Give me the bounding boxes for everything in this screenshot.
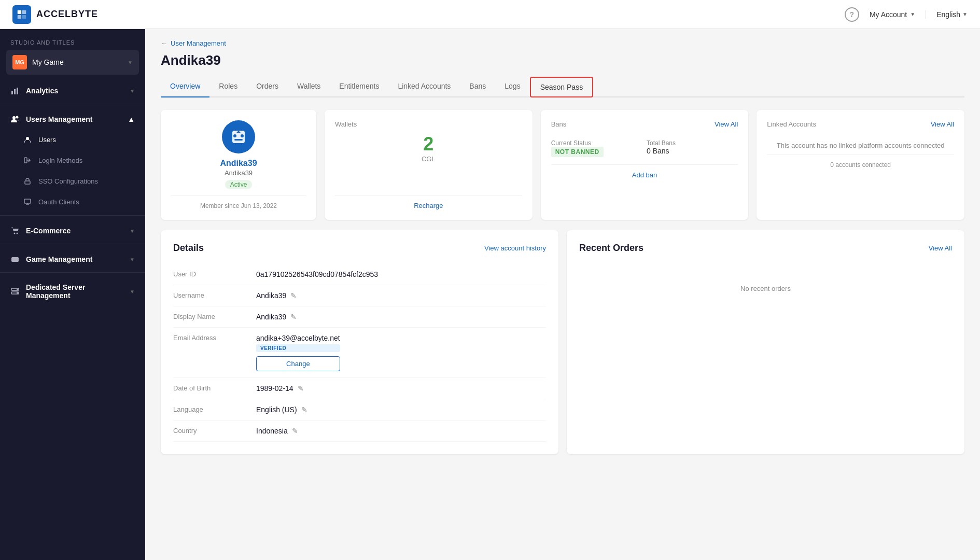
country-edit-icon[interactable]: ✎ (292, 427, 298, 435)
detail-row-userid: User ID 0a179102526543f09cd07854fcf2c953 (173, 264, 546, 285)
lock-icon (23, 176, 32, 186)
users-label: Users (38, 136, 56, 144)
sidebar-item-ecommerce[interactable]: E-Commerce ▼ (0, 219, 145, 241)
breadcrumb-parent-link[interactable]: User Management (171, 39, 226, 47)
bans-view-all-link[interactable]: View All (715, 120, 738, 128)
email-value: andika+39@accelbyte.net VERIFIED Change (256, 334, 546, 371)
user-card-status: Active (225, 180, 253, 189)
my-account-menu[interactable]: My Account ▼ (870, 10, 915, 19)
userid-value: 0a179102526543f09cd07854fcf2c953 (256, 270, 546, 278)
language-label: English (936, 10, 960, 19)
detail-row-username: Username Andika39 ✎ (173, 285, 546, 306)
sidebar-item-login-methods[interactable]: Login Methods (0, 150, 145, 171)
userid-label: User ID (173, 270, 256, 278)
verified-badge: VERIFIED (256, 344, 340, 352)
sidebar-item-game-management[interactable]: Game Management ▼ (0, 247, 145, 269)
displayname-edit-icon[interactable]: ✎ (290, 313, 297, 321)
breadcrumb-back-icon: ← (161, 39, 167, 47)
sidebar-item-oauth[interactable]: Oauth Clients (0, 191, 145, 212)
bans-card: Bans View All Current Status NOT BANNED … (541, 110, 749, 220)
detail-row-language: Language English (US) ✎ (173, 399, 546, 421)
sidebar-item-dedicated-server[interactable]: Dedicated Server Management ▼ (0, 276, 145, 305)
no-orders-message: No recent orders (579, 285, 952, 292)
help-button[interactable]: ? (845, 7, 859, 22)
tab-entitlements[interactable]: Entitlements (330, 77, 388, 97)
monitor-icon (23, 197, 32, 206)
bottom-row: Details View account history User ID 0a1… (161, 230, 964, 454)
language-edit-icon[interactable]: ✎ (301, 405, 307, 414)
sidebar-section-label: STUDIO AND TITLES (0, 29, 145, 50)
svg-rect-2 (18, 15, 21, 18)
user-card-username: Andika39 (225, 169, 253, 177)
user-card: Andika39 Andika39 Active Member since Ju… (161, 110, 316, 220)
country-label: Country (173, 427, 256, 435)
email-label: Email Address (173, 334, 256, 342)
svg-point-14 (17, 233, 18, 234)
ecommerce-chevron-icon: ▼ (130, 228, 135, 234)
tab-wallets[interactable]: Wallets (288, 77, 330, 97)
view-account-history-link[interactable]: View account history (484, 244, 546, 252)
detail-row-email: Email Address andika+39@accelbyte.net VE… (173, 328, 546, 378)
tab-orders[interactable]: Orders (247, 77, 288, 97)
recharge-link[interactable]: Recharge (335, 195, 522, 209)
login-methods-label: Login Methods (38, 157, 82, 164)
bans-header: Bans View All (551, 120, 738, 133)
add-ban-link[interactable]: Add ban (551, 164, 738, 179)
username-edit-icon[interactable]: ✎ (290, 291, 297, 300)
linked-accounts-card: Linked Accounts View All This account ha… (757, 110, 964, 220)
topbar: ACCELBYTE ? My Account ▼ English ▼ (0, 0, 980, 29)
wallet-amount: 2 (335, 133, 522, 155)
game-selector[interactable]: MG My Game ▼ (6, 50, 139, 75)
email-col: andika+39@accelbyte.net VERIFIED Change (256, 334, 340, 371)
svg-rect-3 (22, 15, 26, 18)
linked-header: Linked Accounts View All (767, 120, 954, 133)
game-management-label: Game Management (26, 255, 92, 263)
username-label: Username (173, 291, 256, 299)
svg-rect-1 (22, 10, 26, 13)
svg-point-19 (17, 289, 18, 290)
my-account-label: My Account (870, 10, 907, 19)
svg-point-13 (14, 233, 16, 234)
recent-orders-title: Recent Orders (579, 243, 643, 254)
tab-roles[interactable]: Roles (209, 77, 247, 97)
username-value: Andika39 ✎ (256, 291, 546, 300)
sidebar-item-users[interactable]: Users (0, 129, 145, 150)
game-management-chevron-icon: ▼ (130, 257, 135, 262)
sidebar-item-analytics[interactable]: Analytics ▼ (0, 79, 145, 101)
tabs-bar: Overview Roles Orders Wallets Entitlemen… (161, 77, 964, 97)
dob-edit-icon[interactable]: ✎ (298, 384, 304, 393)
user-card-name: Andika39 (220, 159, 257, 168)
language-menu[interactable]: English ▼ (926, 10, 968, 19)
recent-orders-view-all-link[interactable]: View All (929, 244, 952, 252)
sso-label: SSO Configurations (38, 177, 98, 185)
linked-view-all-link[interactable]: View All (931, 120, 954, 128)
avatar (222, 120, 255, 153)
lang-chevron-icon: ▼ (962, 11, 968, 17)
tab-logs[interactable]: Logs (495, 77, 529, 97)
sidebar: STUDIO AND TITLES MG My Game ▼ Analytics… (0, 29, 145, 560)
svg-point-8 (16, 116, 19, 119)
svg-rect-5 (14, 89, 16, 94)
breadcrumb: ← User Management (161, 39, 964, 47)
main-content: ← User Management Andika39 Overview Role… (145, 29, 980, 560)
cards-row: Andika39 Andika39 Active Member since Ju… (161, 110, 964, 220)
tab-linked-accounts[interactable]: Linked Accounts (388, 77, 460, 97)
bans-count: 0 Bans (647, 147, 738, 155)
recent-orders-card: Recent Orders View All No recent orders (567, 230, 964, 454)
game-name: My Game (32, 58, 122, 66)
svg-rect-6 (17, 88, 18, 94)
tab-season-pass[interactable]: Season Pass (530, 77, 594, 97)
tab-bans[interactable]: Bans (460, 77, 495, 97)
details-header-row: Details View account history (173, 243, 546, 254)
svg-point-16 (16, 259, 17, 260)
sidebar-item-sso[interactable]: SSO Configurations (0, 171, 145, 191)
account-chevron-icon: ▼ (910, 11, 915, 17)
svg-point-23 (233, 134, 236, 137)
svg-rect-25 (234, 139, 243, 141)
svg-rect-4 (11, 91, 13, 94)
wallet-unit: CGL (335, 155, 522, 163)
tab-overview[interactable]: Overview (161, 77, 209, 97)
change-email-button[interactable]: Change (256, 356, 340, 371)
sidebar-item-users-management[interactable]: Users Management ▲ (0, 107, 145, 129)
bans-grid: Current Status NOT BANNED Total Bans 0 B… (551, 139, 738, 157)
